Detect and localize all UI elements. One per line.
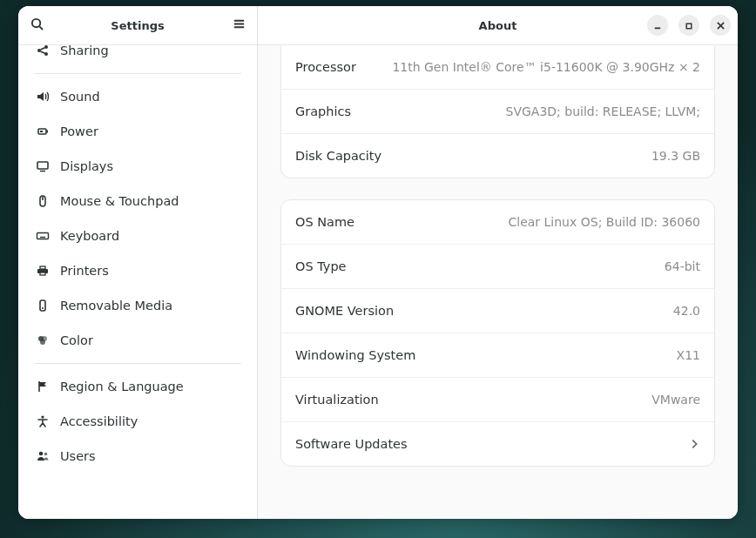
close-button[interactable]: [710, 15, 731, 36]
sidebar-list: SharingSoundPowerDisplaysMouse & Touchpa…: [18, 30, 257, 519]
row-label: Virtualization: [295, 393, 379, 407]
sidebar-item-label: Sharing: [60, 44, 109, 57]
svg-point-0: [31, 19, 39, 27]
about-row-os-name: OS NameClear Linux OS; Build ID: 36060: [281, 200, 714, 244]
row-label: Processor: [295, 60, 356, 74]
content-pane: About Proc: [258, 6, 738, 519]
keyboard-icon: [36, 229, 50, 243]
sidebar-item-removable-media[interactable]: Removable Media: [18, 288, 257, 323]
svg-point-31: [39, 452, 44, 456]
close-icon: [717, 18, 725, 32]
row-label: GNOME Version: [295, 304, 394, 318]
sidebar-separator: [34, 363, 241, 364]
about-row-windowing-system: Windowing SystemX11: [281, 333, 714, 377]
svg-rect-24: [40, 300, 45, 311]
about-content: Processor11th Gen Intel® Core™ i5-11600K…: [258, 45, 738, 489]
sidebar-item-power[interactable]: Power: [18, 114, 257, 149]
svg-rect-11: [37, 162, 48, 169]
flag-icon: [36, 380, 50, 393]
sidebar-item-mouse-touchpad[interactable]: Mouse & Touchpad: [18, 184, 257, 219]
about-row-processor: Processor11th Gen Intel® Core™ i5-11600K…: [281, 45, 714, 89]
row-label: Windowing System: [295, 348, 415, 362]
share-icon: [36, 44, 50, 57]
row-value: 64-bit: [665, 259, 700, 273]
maximize-icon: [685, 18, 692, 32]
users-icon: [36, 449, 50, 463]
printer-icon: [36, 264, 50, 278]
svg-point-25: [42, 307, 44, 309]
access-icon: [36, 414, 50, 428]
color-icon: [36, 333, 50, 347]
svg-rect-22: [40, 266, 45, 269]
sidebar-item-region-language[interactable]: Region & Language: [18, 369, 257, 404]
sidebar-item-label: Removable Media: [60, 299, 172, 313]
media-icon: [36, 299, 50, 313]
row-label: Graphics: [295, 104, 351, 118]
row-label: OS Type: [295, 259, 347, 273]
software-card: OS NameClear Linux OS; Build ID: 36060OS…: [280, 199, 715, 467]
svg-rect-15: [37, 233, 49, 239]
content-header: About: [258, 6, 738, 45]
svg-rect-23: [40, 272, 45, 275]
row-value: 19.3 GB: [651, 149, 700, 163]
svg-rect-34: [686, 24, 692, 29]
about-row-graphics: GraphicsSVGA3D; build: RELEASE; LLVM;: [281, 89, 714, 133]
minimize-icon: [654, 18, 661, 32]
sidebar-item-accessibility[interactable]: Accessibility: [18, 404, 257, 439]
sidebar-item-printers[interactable]: Printers: [18, 253, 257, 288]
svg-point-30: [41, 415, 44, 418]
sidebar-item-keyboard[interactable]: Keyboard: [18, 219, 257, 253]
about-row-gnome-version: GNOME Version42.0: [281, 288, 714, 333]
svg-rect-9: [47, 131, 49, 133]
sidebar-item-users[interactable]: Users: [18, 439, 257, 474]
sidebar-item-label: Keyboard: [60, 229, 119, 243]
sidebar-item-label: Region & Language: [60, 380, 184, 393]
sidebar-item-label: Printers: [60, 264, 109, 278]
about-row-virtualization: VirtualizationVMware: [281, 377, 714, 421]
sidebar-item-label: Color: [60, 333, 93, 347]
sidebar-item-label: Users: [60, 449, 96, 463]
chevron-right-icon: [688, 438, 700, 450]
row-value: 11th Gen Intel® Core™ i5-11600K @ 3.90GH…: [392, 60, 700, 74]
power-icon: [36, 124, 50, 138]
svg-point-32: [44, 453, 48, 456]
window-controls: [647, 15, 731, 36]
svg-rect-10: [40, 131, 43, 132]
row-label: Software Updates: [295, 437, 408, 451]
row-label: Disk Capacity: [295, 149, 381, 163]
sidebar-item-label: Accessibility: [60, 414, 138, 428]
sidebar-item-sharing[interactable]: Sharing: [18, 33, 257, 68]
about-row-os-type: OS Type64-bit: [281, 244, 714, 288]
sidebar-pane: Settings SharingSoundPowerDisplaysMouse …: [18, 6, 258, 519]
row-value: X11: [677, 348, 700, 362]
row-label: OS Name: [295, 215, 354, 229]
sidebar-item-label: Displays: [60, 159, 113, 173]
sidebar-separator: [34, 73, 241, 74]
row-value: SVGA3D; build: RELEASE; LLVM;: [506, 104, 700, 118]
volume-icon: [36, 90, 50, 104]
hardware-card: Processor11th Gen Intel® Core™ i5-11600K…: [280, 45, 715, 178]
about-row-software-updates[interactable]: Software Updates: [281, 421, 714, 466]
sidebar-item-sound[interactable]: Sound: [18, 79, 257, 114]
row-value: Clear Linux OS; Build ID: 36060: [508, 215, 700, 229]
maximize-button[interactable]: [678, 15, 699, 36]
row-value: VMware: [651, 393, 700, 407]
sidebar-item-displays[interactable]: Displays: [18, 149, 257, 184]
mouse-icon: [36, 194, 50, 208]
sidebar-item-label: Mouse & Touchpad: [60, 194, 179, 208]
display-icon: [36, 159, 50, 173]
sidebar-item-label: Sound: [60, 90, 100, 104]
settings-window: Settings SharingSoundPowerDisplaysMouse …: [18, 6, 738, 519]
row-value: 42.0: [673, 304, 700, 318]
sidebar-item-color[interactable]: Color: [18, 323, 257, 358]
about-row-disk-capacity: Disk Capacity19.3 GB: [281, 133, 714, 178]
sidebar-item-label: Power: [60, 124, 98, 138]
minimize-button[interactable]: [647, 15, 668, 36]
svg-point-28: [40, 340, 45, 345]
